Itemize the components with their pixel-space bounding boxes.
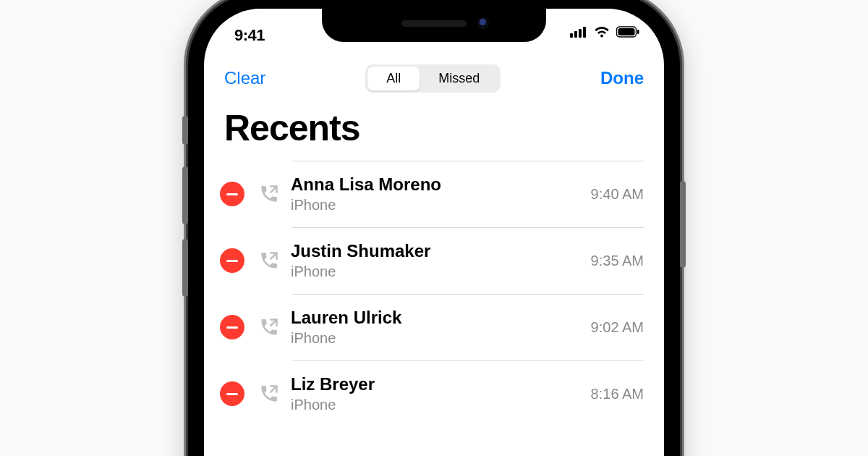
call-info: Liz Breyer iPhone [291,374,582,413]
status-right [570,26,639,38]
nav-bar: Clear All Missed Done [204,59,664,97]
call-info: Lauren Ulrick iPhone [291,308,582,347]
screen: 9:41 Clear All Missed [204,9,664,456]
svg-rect-2 [579,29,582,38]
call-row[interactable]: Lauren Ulrick iPhone 9:02 AM [204,294,664,360]
speaker-grille [401,20,467,27]
svg-rect-5 [618,28,635,35]
caller-label: iPhone [291,329,582,347]
caller-name: Justin Shumaker [291,241,582,261]
outgoing-call-icon [258,184,281,204]
call-info: Justin Shumaker iPhone [291,241,582,280]
recents-list: Anna Lisa Moreno iPhone 9:40 AM Justin S… [204,161,664,427]
call-row[interactable]: Justin Shumaker iPhone 9:35 AM [204,227,664,294]
outgoing-call-icon [258,384,281,404]
filter-segmented-control: All Missed [365,64,501,93]
outgoing-call-icon [258,317,281,337]
front-camera [477,17,489,29]
seg-all[interactable]: All [367,67,420,90]
delete-call-button[interactable] [220,381,244,406]
phone-frame: 9:41 Clear All Missed [188,0,680,456]
svg-rect-3 [583,27,586,38]
caller-name: Anna Lisa Moreno [291,174,582,195]
done-button[interactable]: Done [600,68,644,88]
call-time: 9:35 AM [591,253,644,269]
caller-label: iPhone [291,196,582,214]
notch [322,9,546,42]
volume-down-button[interactable] [182,239,188,297]
svg-rect-1 [574,31,577,38]
call-time: 9:40 AM [591,186,644,203]
caller-label: iPhone [291,396,582,413]
page-title: Recents [224,107,360,149]
call-time: 9:02 AM [591,319,644,336]
delete-call-button[interactable] [220,315,244,339]
call-info: Anna Lisa Moreno iPhone [291,174,582,214]
call-row[interactable]: Anna Lisa Moreno iPhone 9:40 AM [204,161,664,227]
caller-name: Liz Breyer [291,374,582,394]
caller-name: Lauren Ulrick [291,308,582,328]
delete-call-button[interactable] [220,248,244,273]
caller-label: iPhone [291,263,582,280]
battery-icon [616,26,639,38]
call-time: 8:16 AM [591,386,644,402]
mute-switch[interactable] [182,116,188,145]
call-row[interactable]: Liz Breyer iPhone 8:16 AM [204,360,664,427]
status-time: 9:41 [234,26,265,45]
clear-button[interactable]: Clear [224,68,265,88]
volume-up-button[interactable] [182,166,188,224]
power-button[interactable] [680,181,686,268]
delete-call-button[interactable] [220,182,244,206]
seg-missed[interactable]: Missed [420,67,498,90]
stage: 9:41 Clear All Missed [0,0,868,456]
svg-rect-0 [570,33,573,38]
cellular-icon [570,26,587,38]
svg-rect-6 [637,30,639,34]
outgoing-call-icon [258,250,281,271]
wifi-icon [593,26,610,38]
